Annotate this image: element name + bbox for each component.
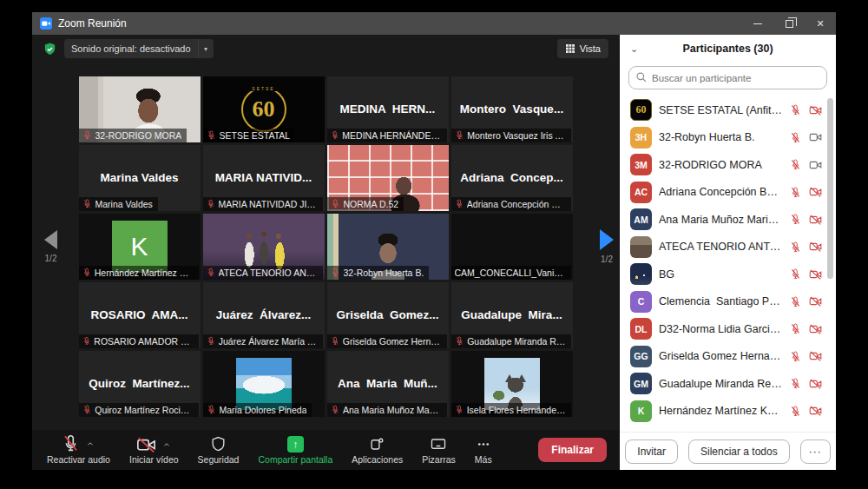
more-toolbar-button[interactable]: Más [465, 430, 502, 470]
avatar: 3H [630, 127, 652, 149]
participants-list: 60SETSE ESTATAL (Anfitrión, yo)3H32-Roby… [620, 96, 836, 432]
video-tile[interactable]: 32-Robyn Huerta B. [327, 214, 449, 280]
participant-row[interactable]: ATECA TENORIO ANTONIO FO... [620, 234, 825, 261]
whiteboard-icon [430, 436, 447, 453]
video-tile[interactable]: Isela Flores Hernández 38 [451, 351, 573, 417]
mic-muted-icon [331, 199, 340, 208]
avatar: AM [630, 208, 652, 230]
minimize-button[interactable] [742, 12, 773, 35]
video-tile[interactable]: Marina ValdesMarina Valdes [79, 145, 201, 211]
video-tile[interactable]: MEDINA HERN...MEDINA HERNÁNDEZ C... [327, 76, 449, 142]
mic-muted-icon [82, 130, 92, 140]
video-tile[interactable]: NORMA D.52 [327, 145, 449, 211]
close-button[interactable]: ✕ [805, 12, 836, 35]
video-tile[interactable]: KHernández Martínez Kar... [79, 214, 201, 280]
scrollbar[interactable] [827, 98, 833, 279]
avatar: C [630, 291, 652, 313]
view-button[interactable]: Vista [557, 39, 608, 58]
search-icon [635, 71, 648, 83]
search-input[interactable] [628, 66, 827, 89]
shield-icon [210, 436, 227, 453]
participant-row[interactable]: GGGriselda Gomez Hernandez [620, 343, 825, 371]
tile-name-label: Hernández Martínez Kar... [79, 266, 199, 280]
share-toolbar-button[interactable]: ↑Compartir pantalla [248, 430, 342, 470]
participant-row[interactable]: GMGuadalupe Miranda Rebolledo [620, 370, 825, 398]
original-sound-button[interactable]: Sonido original: desactivado ▾ [64, 39, 214, 58]
participant-row[interactable]: ACAdriana Concepción Baizabal I... [620, 179, 825, 207]
security-shield-icon[interactable] [43, 42, 57, 56]
share-screen-icon: ↑ [287, 436, 304, 453]
participant-name: Hernández Martínez Karina [659, 405, 783, 417]
camera-off-icon [809, 379, 822, 389]
chevron-up-icon[interactable] [162, 440, 171, 449]
toolbar-item-label: Más [475, 454, 492, 465]
tile-name-label: Isela Flores Hernández 38 [451, 403, 571, 417]
video-tile[interactable]: MARIA NATIVID...MARIA NATIVIDAD JIME... [203, 145, 325, 211]
video-tile[interactable]: 32-RODRIGO MORA [79, 76, 201, 142]
participant-row[interactable]: CClemencia Santiago Pérez [620, 288, 825, 316]
video-tile[interactable]: Guadalupe Mira...Guadalupe Miranda Re... [451, 282, 573, 348]
participant-name: Ana Maria Muñoz Mariano Nu... [659, 214, 783, 226]
video-tile[interactable]: Juárez Álvarez...Juárez Álvarez María Te… [203, 282, 325, 348]
apps-toolbar-button[interactable]: Aplicaciones [342, 430, 412, 470]
tile-name-label: Maria Dolores Pineda [203, 403, 312, 417]
camera-muted-icon [136, 437, 156, 453]
maximize-button[interactable] [773, 12, 805, 35]
arrow-left-icon [44, 230, 57, 249]
participant-row[interactable]: 3M32-RODRIGO MORA [620, 151, 825, 179]
tile-name-label: NORMA D.52 [327, 197, 404, 211]
security-toolbar-button[interactable]: Seguridad [188, 430, 249, 470]
participants-footer: Invitar Silenciar a todos ··· [620, 432, 836, 470]
video-tile[interactable]: Maria Dolores Pineda [203, 351, 325, 417]
audio-toolbar-button[interactable]: Reactivar audio [37, 430, 120, 470]
previous-page-arrow[interactable]: 1/2 [44, 230, 57, 263]
camera-off-icon [809, 406, 822, 416]
participant-name: D32-Norma Lidia Garcia Gomez [659, 323, 783, 335]
video-tile[interactable]: Montero Vasque...Montero Vasquez Iris A.… [451, 76, 573, 142]
participant-name: SETSE ESTATAL (Anfitrión, yo) [659, 104, 783, 116]
toolbar-item-label: Reactivar audio [47, 454, 110, 465]
mic-muted-icon [207, 130, 216, 140]
video-tile[interactable]: ATECA TENORIO ANTO... [203, 214, 325, 280]
whiteboard-toolbar-button[interactable]: Pizarras [412, 430, 465, 470]
mic-muted-icon [790, 406, 801, 417]
participant-row[interactable]: 60SETSE ESTATAL (Anfitrión, yo) [620, 96, 825, 124]
chevron-down-icon[interactable]: ⌄ [630, 43, 638, 55]
tile-name-label: Quiroz Martínez Rocio ... [79, 403, 199, 417]
mic-muted-icon [790, 268, 801, 280]
video-tile[interactable]: SETSE60SETSE ESTATAL [203, 76, 325, 142]
video-tile[interactable]: ROSARIO AMA...ROSARIO AMADOR TEP... [79, 282, 201, 348]
more-options-button[interactable]: ··· [800, 439, 831, 464]
participant-status-icons [790, 268, 824, 280]
chevron-down-icon[interactable]: ▾ [198, 39, 214, 58]
next-page-arrow[interactable]: 1/2 [600, 229, 614, 264]
video-tile[interactable]: CAM_CONECALLI_Vania Sz [451, 214, 573, 280]
participant-status-icons [790, 241, 824, 253]
camera-off-icon [809, 269, 822, 280]
mic-muted-icon [207, 199, 215, 208]
titlebar: Zoom Reunión ✕ [32, 12, 836, 35]
mic-muted-icon [331, 130, 339, 140]
participant-status-icons [790, 104, 824, 116]
participant-row[interactable]: 3H32-Robyn Huerta B. [620, 124, 825, 152]
view-button-label: Vista [580, 43, 601, 54]
toolbar-item-label: Pizarras [422, 454, 456, 465]
video-area: Sonido original: desactivado ▾ Vista 1/2… [32, 35, 619, 470]
invite-button[interactable]: Invitar [625, 439, 678, 464]
participant-row[interactable]: BG [620, 261, 825, 288]
mic-muted-icon [207, 336, 215, 346]
participant-row[interactable]: KHernández Martínez Karina [620, 398, 825, 426]
participant-status-icons [790, 378, 824, 389]
video-tile[interactable]: Ana Maria Muñ...Ana Maria Muñoz Maria... [327, 351, 449, 417]
video-tile[interactable]: Griselda Gomez...Griselda Gomez Hernan..… [327, 282, 449, 348]
participant-row[interactable]: DLD32-Norma Lidia Garcia Gomez [620, 315, 825, 343]
video-tile[interactable]: Quiroz Martínez...Quiroz Martínez Rocio … [79, 351, 201, 417]
grid-view-icon [565, 43, 575, 54]
chevron-up-icon[interactable] [86, 439, 95, 448]
video-toolbar-button[interactable]: Iniciar vídeo [120, 430, 188, 470]
video-tile[interactable]: Adriana Concep...Adriana Concepción Bai.… [451, 145, 573, 211]
participant-row[interactable]: AMAna Maria Muñoz Mariano Nu... [620, 206, 825, 234]
mic-muted-icon [790, 378, 801, 389]
mute-all-button[interactable]: Silenciar a todos [688, 439, 790, 464]
end-meeting-button[interactable]: Finalizar [538, 438, 607, 462]
